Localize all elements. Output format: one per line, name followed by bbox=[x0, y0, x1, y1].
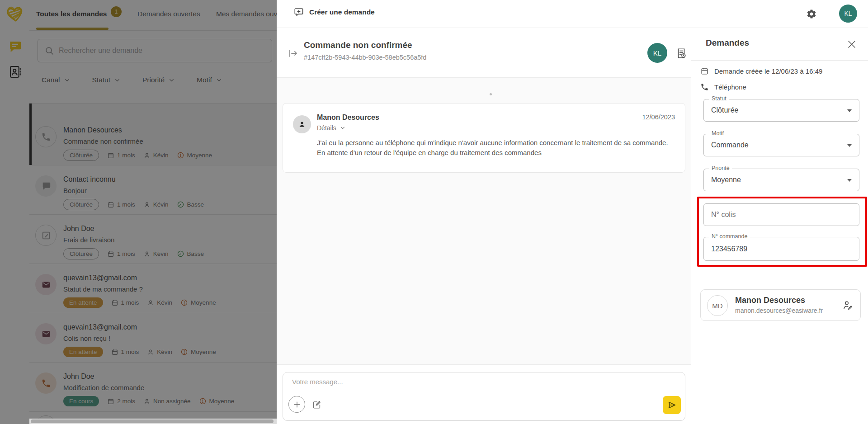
message-line: En attente d'un retour de l'équipe en ch… bbox=[317, 148, 688, 158]
collapse-panel-icon[interactable] bbox=[288, 48, 298, 59]
internal-note-icon[interactable] bbox=[312, 400, 322, 410]
message-input[interactable] bbox=[292, 378, 609, 386]
composer-box bbox=[283, 372, 685, 421]
field-value: Commande bbox=[711, 134, 749, 156]
dropdown-arrow-icon bbox=[847, 179, 852, 182]
plus-icon bbox=[292, 400, 302, 409]
chevron-down-icon bbox=[340, 125, 346, 131]
message-line: J'ai eu la personne au téléphone qui m'i… bbox=[317, 138, 688, 148]
scroll-indicator-dot bbox=[490, 93, 492, 95]
bubble-plus-icon bbox=[294, 7, 304, 17]
contact-avatar-icon bbox=[293, 115, 311, 133]
panel-title: Demandes bbox=[706, 38, 749, 48]
settings-gear-icon[interactable] bbox=[806, 9, 817, 19]
message-card: Manon Desources Détails 12/06/2023 J'ai … bbox=[283, 103, 685, 173]
close-icon[interactable] bbox=[846, 39, 857, 50]
horizontal-scrollbar[interactable] bbox=[29, 419, 277, 424]
field-value: Clôturée bbox=[711, 99, 738, 121]
create-request-button[interactable]: Créer une demande bbox=[294, 7, 375, 17]
priority-select[interactable]: Priorité Moyenne bbox=[703, 169, 859, 191]
composer-area bbox=[277, 364, 691, 424]
send-plane-icon bbox=[667, 400, 677, 410]
created-date-row: Demande créée le 12/06/23 à 16:49 bbox=[700, 67, 822, 75]
channel-row: Téléphone bbox=[700, 83, 746, 91]
request-reference: #147cff2b-5943-44bb-903e-58eb5c56a5fd bbox=[304, 54, 426, 61]
order-number-field: N° commande bbox=[703, 237, 859, 261]
modal-overlay[interactable] bbox=[0, 0, 277, 424]
message-details-toggle[interactable]: Détails bbox=[317, 124, 346, 132]
contact-card[interactable]: MD Manon Desources manon.desources@easiw… bbox=[700, 289, 861, 321]
message-author: Manon Desources bbox=[317, 113, 379, 122]
top-bar: Créer une demande KL bbox=[277, 0, 868, 28]
divider bbox=[691, 60, 868, 61]
message-date: 12/06/2023 bbox=[642, 113, 675, 121]
request-details-panel: Demandes Demande créée le 12/06/23 à 16:… bbox=[691, 28, 868, 424]
motif-select[interactable]: Motif Commande bbox=[703, 134, 859, 156]
contact-name: Manon Desources bbox=[735, 296, 805, 305]
scrollbar-thumb[interactable] bbox=[31, 419, 274, 423]
contact-initials-avatar: MD bbox=[707, 295, 728, 316]
history-document-icon[interactable] bbox=[675, 47, 687, 59]
edit-contact-icon[interactable] bbox=[842, 300, 853, 311]
calendar-icon bbox=[700, 67, 709, 75]
package-number-input[interactable] bbox=[711, 204, 847, 226]
status-select[interactable]: Statut Clôturée bbox=[703, 99, 859, 122]
dropdown-arrow-icon bbox=[847, 109, 852, 112]
field-value: Moyenne bbox=[711, 169, 741, 191]
request-title: Commande non confirmée bbox=[304, 40, 412, 50]
conversation-header: Commande non confirmée #147cff2b-5943-44… bbox=[277, 28, 691, 78]
conversation-panel: Commande non confirmée #147cff2b-5943-44… bbox=[277, 0, 691, 424]
send-button[interactable] bbox=[663, 396, 681, 414]
user-avatar[interactable]: KL bbox=[839, 5, 857, 23]
assignee-avatar[interactable]: KL bbox=[647, 43, 667, 63]
contact-email: manon.desources@easiware.fr bbox=[735, 307, 823, 314]
dropdown-arrow-icon bbox=[847, 144, 852, 147]
message-body: J'ai eu la personne au téléphone qui m'i… bbox=[317, 138, 688, 157]
package-number-field bbox=[703, 203, 859, 226]
order-number-input[interactable] bbox=[711, 237, 847, 260]
attach-plus-button[interactable] bbox=[288, 396, 305, 413]
phone-icon bbox=[700, 83, 709, 91]
